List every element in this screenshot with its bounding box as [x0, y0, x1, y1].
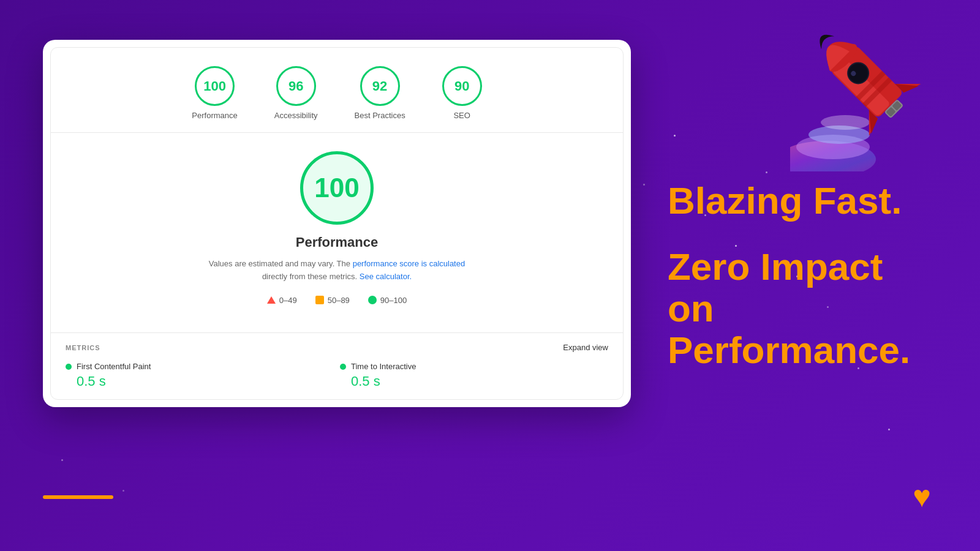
legend-item-orange: 50–89	[315, 296, 350, 305]
legend-range-red: 0–49	[279, 296, 297, 305]
legend-range-green: 90–100	[380, 296, 407, 305]
rocket-illustration	[790, 0, 962, 171]
metrics-header: METRICS Expand view	[66, 343, 608, 352]
main-score-title: Performance	[296, 234, 379, 250]
legend-item-red: 0–49	[267, 296, 297, 305]
zero-impact-heading: Zero Impact on Performance.	[668, 246, 931, 372]
blazing-fast-heading: Blazing Fast.	[668, 180, 931, 222]
expand-view-button[interactable]: Expand view	[563, 343, 608, 352]
score-item-performance: 100 Performance	[192, 66, 237, 120]
metrics-grid: First Contentful Paint 0.5 s Time to Int…	[66, 362, 608, 389]
svg-point-3	[821, 115, 870, 130]
card-inner: 100 Performance 96 Accessibility 92 Best…	[50, 47, 624, 400]
score-label-seo: SEO	[453, 111, 470, 120]
score-label-accessibility: Accessibility	[274, 111, 318, 120]
score-label-performance: Performance	[192, 111, 237, 120]
metric-label-fcp: First Contentful Paint	[77, 362, 151, 371]
score-circle-seo: 90	[442, 66, 482, 106]
red-triangle-icon	[267, 296, 276, 304]
score-circle-accessibility: 96	[276, 66, 316, 106]
metric-item-tti: Time to Interactive 0.5 s	[340, 362, 608, 389]
score-value-accessibility: 96	[288, 78, 303, 94]
legend-item-green: 90–100	[368, 296, 407, 305]
metric-value-tti: 0.5 s	[340, 373, 608, 389]
lighthouse-card: 100 Performance 96 Accessibility 92 Best…	[43, 40, 631, 407]
score-circle-performance: 100	[195, 66, 235, 106]
orange-square-icon	[315, 296, 324, 304]
link1-text: performance score is calculated	[353, 259, 466, 268]
score-item-best-practices: 92 Best Practices	[355, 66, 405, 120]
heart-icon: ♥	[913, 479, 931, 514]
metrics-section: METRICS Expand view First Contentful Pai…	[51, 332, 623, 399]
metric-label-tti: Time to Interactive	[351, 362, 416, 371]
rocket-svg	[790, 0, 962, 171]
score-value-performance: 100	[203, 78, 226, 94]
description-prefix: Values are estimated and may vary. The	[209, 259, 350, 268]
score-value-best-practices: 92	[372, 78, 387, 94]
metric-name-tti: Time to Interactive	[340, 362, 608, 371]
green-circle-icon	[368, 296, 377, 304]
performance-score-link[interactable]: performance score is calculated	[353, 259, 466, 268]
main-content: 100 Performance Values are estimated and…	[51, 133, 623, 332]
metric-item-fcp: First Contentful Paint 0.5 s	[66, 362, 334, 389]
metric-value-fcp: 0.5 s	[66, 373, 334, 389]
metric-dot-tti	[340, 364, 346, 370]
link2-text: See calculator.	[360, 272, 412, 281]
metrics-label: METRICS	[66, 344, 100, 351]
score-item-seo: 90 SEO	[442, 66, 482, 120]
big-score-value: 100	[314, 173, 359, 203]
score-item-accessibility: 96 Accessibility	[274, 66, 318, 120]
score-value-seo: 90	[454, 78, 469, 94]
score-label-best-practices: Best Practices	[355, 111, 405, 120]
metric-name-fcp: First Contentful Paint	[66, 362, 334, 371]
orange-line-decoration	[43, 495, 113, 499]
score-row: 100 Performance 96 Accessibility 92 Best…	[51, 48, 623, 133]
score-circle-best-practices: 92	[360, 66, 400, 106]
see-calculator-link[interactable]: See calculator.	[360, 272, 412, 281]
legend: 0–49 50–89 90–100	[267, 296, 407, 305]
legend-range-orange: 50–89	[328, 296, 350, 305]
description-text: Values are estimated and may vary. The p…	[209, 258, 465, 283]
description-middle: directly from these metrics.	[262, 272, 357, 281]
big-score-circle: 100	[300, 151, 374, 225]
metric-dot-fcp	[66, 364, 72, 370]
